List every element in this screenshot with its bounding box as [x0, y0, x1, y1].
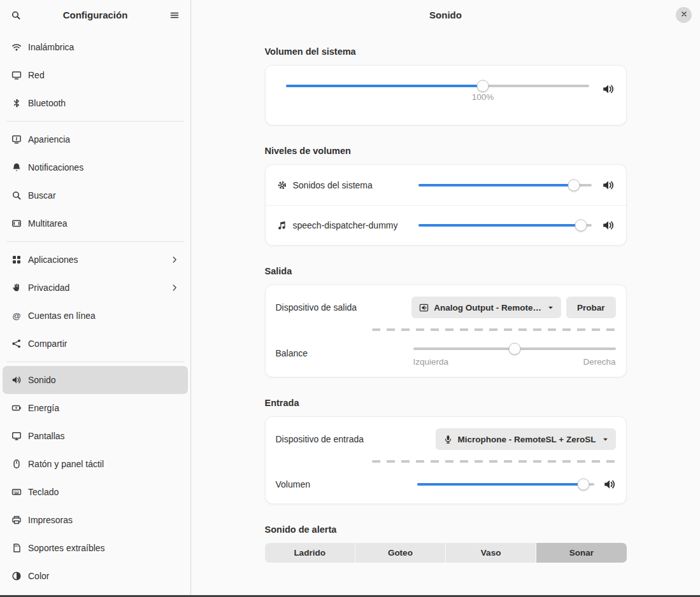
- balance-slider[interactable]: [413, 342, 616, 355]
- sidebar-item-label: Cuentas en línea: [28, 311, 179, 321]
- input-title: Entrada: [265, 398, 627, 408]
- sidebar-item-energia[interactable]: Energía: [3, 394, 188, 422]
- sidebar-item-label: Bluetooth: [28, 98, 179, 108]
- alert-sound-sonar[interactable]: Sonar: [536, 543, 626, 563]
- level-label: Sonidos del sistema: [293, 180, 373, 190]
- sidebar-item-label: Buscar: [28, 190, 179, 200]
- sidebar-item-color[interactable]: Color: [3, 562, 188, 590]
- keyboard-icon: [11, 487, 22, 497]
- sidebar-item-label: Inalámbrica: [28, 42, 179, 52]
- sidebar-item-apariencia[interactable]: Apariencia: [3, 125, 188, 153]
- sidebar-title: Configuración: [0, 10, 190, 20]
- sidebar-item-cuentas-en-linea[interactable]: @Cuentas en línea: [3, 302, 188, 330]
- close-button[interactable]: [676, 7, 692, 23]
- balance-right-label: Derecha: [583, 357, 615, 367]
- search-button[interactable]: [6, 5, 26, 25]
- section-volume-levels: Niveles de volumen Sonidos del sistema: [265, 146, 627, 246]
- input-volume-row: Volumen: [266, 469, 626, 503]
- sidebar-item-teclado[interactable]: Teclado: [3, 478, 188, 506]
- page-title: Sonido: [429, 10, 462, 20]
- section-system-volume: Volumen del sistema 100%: [265, 46, 627, 125]
- input-device-label: Dispositivo de entrada: [276, 434, 364, 444]
- bell-icon: [11, 162, 22, 172]
- sidebar-item-bluetooth[interactable]: Bluetooth: [3, 89, 188, 117]
- slider-handle[interactable]: [476, 80, 489, 92]
- speech-dispatcher-slider[interactable]: [418, 219, 592, 232]
- slider-fill: [417, 483, 583, 486]
- appearance-icon: [11, 134, 22, 144]
- main-panel: Sonido Volumen del sistema 100%: [191, 0, 700, 597]
- output-device-dropdown[interactable]: Analog Output - Remote…: [411, 297, 561, 318]
- at-sign-icon: @: [11, 311, 22, 321]
- sidebar-item-raton-y-panel-tactil[interactable]: Ratón y panel táctil: [3, 450, 188, 478]
- slider-handle[interactable]: [508, 343, 520, 355]
- svg-text:@: @: [12, 311, 21, 321]
- apps-grid-icon: [11, 255, 22, 265]
- output-device-label: Dispositivo de salida: [276, 302, 357, 313]
- input-card: Dispositivo de entrada Microphone - Remo…: [265, 416, 627, 504]
- system-volume-slider[interactable]: 100%: [286, 80, 589, 92]
- sidebar-item-label: Multitarea: [28, 218, 179, 228]
- speaker-icon: [11, 375, 22, 385]
- close-icon: [680, 10, 688, 20]
- sidebar-separator: [6, 362, 184, 362]
- sidebar-item-inalambrica[interactable]: Inalámbrica: [3, 33, 188, 61]
- sidebar-item-privacidad[interactable]: Privacidad: [3, 274, 188, 302]
- caret-down-icon: [601, 435, 610, 444]
- input-device-value: Microphone - RemoteSL + ZeroSL: [458, 435, 596, 444]
- sidebar-item-sonido[interactable]: Sonido: [3, 366, 188, 394]
- alert-sound-goteo[interactable]: Goteo: [355, 543, 445, 563]
- test-output-button[interactable]: Probar: [566, 297, 616, 318]
- alert-sound-vaso[interactable]: Vaso: [446, 543, 536, 563]
- slider-handle[interactable]: [577, 479, 589, 491]
- sidebar-nav: InalámbricaRedBluetoothAparienciaNotific…: [0, 30, 190, 597]
- system-volume-title: Volumen del sistema: [265, 46, 627, 57]
- microphone-icon: [443, 435, 453, 444]
- sidebar-separator: [6, 241, 184, 242]
- output-dashed-divider: [266, 328, 626, 331]
- sidebar-item-pantallas[interactable]: Pantallas: [3, 422, 188, 450]
- input-device-dropdown[interactable]: Microphone - RemoteSL + ZeroSL: [436, 428, 616, 450]
- gear-icon: [277, 180, 287, 190]
- network-icon: [11, 70, 22, 80]
- sidebar-item-notificaciones[interactable]: Notificaciones: [3, 153, 188, 181]
- slider-fill: [286, 85, 483, 87]
- volume-levels-card: Sonidos del sistema: [265, 164, 627, 246]
- sidebar-item-red[interactable]: Red: [3, 61, 188, 89]
- sidebar-item-label: Aplicaciones: [28, 255, 164, 265]
- speaker-volume-icon: [603, 478, 616, 491]
- sidebar-item-soportes-extraibles[interactable]: Soportes extraíbles: [3, 534, 188, 562]
- sidebar-item-label: Notificaciones: [28, 162, 179, 172]
- alert-sound-title: Sonido de alerta: [265, 524, 627, 535]
- battery-icon: [11, 403, 22, 413]
- sidebar-item-aplicaciones[interactable]: Aplicaciones: [3, 246, 188, 274]
- mouse-icon: [11, 459, 22, 469]
- output-title: Salida: [265, 266, 627, 276]
- sidebar-item-buscar[interactable]: Buscar: [3, 181, 188, 209]
- audio-card-icon: [419, 303, 429, 313]
- slider-fill: [418, 224, 582, 227]
- color-icon: [11, 571, 22, 581]
- slider-fill: [418, 184, 575, 186]
- section-alert-sound: Sonido de alerta LadridoGoteoVasoSonar: [265, 524, 627, 563]
- balance-label: Balance: [276, 348, 308, 358]
- sidebar-item-label: Soportes extraíbles: [28, 543, 179, 553]
- removable-media-icon: [11, 543, 22, 553]
- slider-handle[interactable]: [575, 220, 587, 232]
- chevron-right-icon: [170, 283, 179, 292]
- output-device-row: Dispositivo de salida Analog Output - Re…: [266, 285, 626, 321]
- bluetooth-icon: [11, 98, 22, 108]
- input-volume-slider[interactable]: [417, 478, 594, 491]
- slider-handle[interactable]: [568, 179, 580, 191]
- main-content: Volumen del sistema 100%: [191, 30, 700, 597]
- sidebar-item-multitarea[interactable]: Multitarea: [3, 209, 188, 237]
- wifi-icon: [11, 42, 22, 52]
- music-note-icon: [277, 220, 287, 230]
- system-volume-card: 100%: [265, 65, 627, 125]
- alert-sound-ladrido[interactable]: Ladrido: [265, 543, 355, 563]
- menu-button[interactable]: [164, 5, 185, 25]
- system-sounds-slider[interactable]: [418, 179, 592, 192]
- sidebar-item-label: Apariencia: [28, 134, 179, 144]
- sidebar-item-compartir[interactable]: Compartir: [3, 330, 188, 358]
- sidebar-item-impresoras[interactable]: Impresoras: [3, 506, 188, 534]
